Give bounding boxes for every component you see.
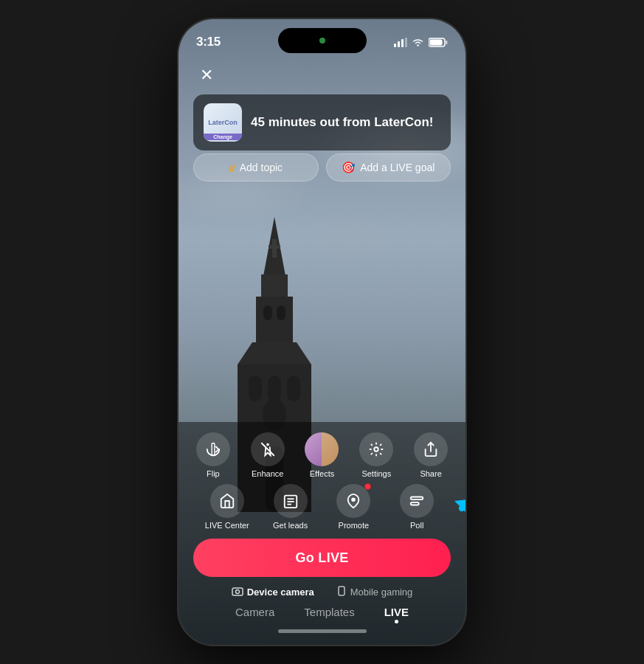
svg-rect-9 [249,376,262,401]
nav-templates[interactable]: Templates [304,606,354,623]
live-center-button[interactable]: LIVE Center [205,484,249,530]
bottom-nav: Camera Templates LIVE [179,601,465,626]
settings-icon [368,441,384,457]
camera-options: Device camera Mobile gaming [179,581,465,601]
get-leads-icon [283,493,299,509]
brand-change-badge[interactable]: Change [204,134,242,140]
svg-rect-11 [287,376,300,401]
brand-logo-text: LaterCon [208,119,238,127]
svg-rect-19 [430,39,443,45]
get-leads-label: Get leads [273,521,308,530]
poll-button[interactable]: Poll [395,484,439,530]
svg-rect-10 [268,376,281,401]
action-row: # Add topic 🎯 Add a LIVE goal [193,153,451,181]
svg-point-34 [235,589,239,593]
poll-icon [409,493,425,509]
enhance-icon-circle [251,432,285,466]
add-goal-label: Add a LIVE goal [360,162,434,173]
home-indicator [278,629,367,633]
share-label: Share [420,469,441,478]
enhance-icon [260,441,276,457]
promote-button[interactable]: Promote [331,484,375,530]
svg-rect-16 [401,39,404,47]
brand-logo: LaterCon Change [204,103,242,142]
svg-point-30 [352,497,356,502]
flip-label: Flip [207,469,220,478]
share-icon-circle [414,432,448,466]
stream-title: 45 minutes out from LaterCon! [251,115,440,130]
promote-icon-circle [336,484,370,518]
svg-marker-8 [238,342,311,364]
svg-rect-14 [394,44,396,47]
promote-notification-dot [364,483,371,490]
promote-label: Promote [339,521,370,530]
island-green-dot [319,38,325,44]
flip-icon [205,441,221,457]
poll-icon-circle [400,484,434,518]
svg-rect-31 [411,497,423,500]
close-icon: ✕ [200,67,213,83]
svg-rect-32 [411,502,419,505]
get-leads-button[interactable]: Get leads [269,484,313,530]
dynamic-island [278,28,367,53]
nav-live-label: LIVE [384,606,409,618]
svg-rect-15 [398,41,400,47]
effects-preview [305,432,339,466]
device-camera-option[interactable]: Device camera [232,586,314,598]
settings-button[interactable]: Settings [354,432,398,478]
go-live-button[interactable]: Go LIVE [193,539,451,577]
effects-button[interactable]: Effects [300,432,344,478]
svg-point-24 [375,447,379,452]
settings-icon-circle [359,432,393,466]
title-card: LaterCon Change 45 minutes out from Late… [193,94,451,151]
status-time: 3:15 [196,35,221,49]
add-topic-label: Add topic [240,162,283,173]
svg-rect-6 [277,305,285,320]
nav-camera-label: Camera [235,606,274,618]
close-button[interactable]: ✕ [193,62,220,89]
share-icon [423,441,439,457]
go-live-label: Go LIVE [295,550,348,566]
promote-icon [345,493,361,509]
nav-active-dot [395,620,398,623]
svg-rect-35 [339,587,344,595]
enhance-button[interactable]: Enhance [246,432,290,478]
svg-point-23 [266,443,269,446]
effects-label: Effects [310,469,334,478]
effects-icon-circle [305,432,339,466]
share-button[interactable]: Share [409,432,453,478]
icon-grid-row1: Flip Enhance [179,422,465,483]
svg-rect-21 [212,443,215,456]
battery-icon [429,38,448,47]
nav-live[interactable]: LIVE [384,606,409,623]
icon-grid-row2: LIVE Center Get leads [179,483,465,534]
live-center-icon-circle [210,484,244,518]
hashtag-icon: # [229,162,235,174]
mobile-gaming-option[interactable]: Mobile gaming [336,586,413,598]
add-goal-button[interactable]: 🎯 Add a LIVE goal [326,153,451,181]
device-camera-label: Device camera [247,587,314,598]
status-icons [394,38,448,47]
mobile-gaming-label: Mobile gaming [350,587,413,598]
live-center-label: LIVE Center [205,521,249,530]
svg-rect-2 [269,245,280,249]
svg-rect-33 [232,588,243,595]
live-center-icon [219,493,235,509]
nav-templates-label: Templates [304,606,354,618]
add-topic-button[interactable]: # Add topic [193,153,319,181]
mobile-gaming-icon [336,586,347,598]
phone-screen: 3:15 [179,19,465,645]
flip-button[interactable]: Flip [191,432,235,478]
svg-rect-3 [261,274,288,297]
get-leads-icon-circle [274,484,308,518]
svg-rect-17 [405,38,407,47]
poll-label: Poll [410,521,423,530]
wifi-icon [412,38,424,47]
enhance-label: Enhance [252,469,283,478]
flip-icon-circle [196,432,230,466]
svg-rect-20 [446,41,448,44]
bottom-area: Flip Enhance [179,422,465,645]
goal-icon: 🎯 [342,161,356,174]
nav-camera[interactable]: Camera [235,606,274,623]
svg-rect-5 [263,305,272,320]
